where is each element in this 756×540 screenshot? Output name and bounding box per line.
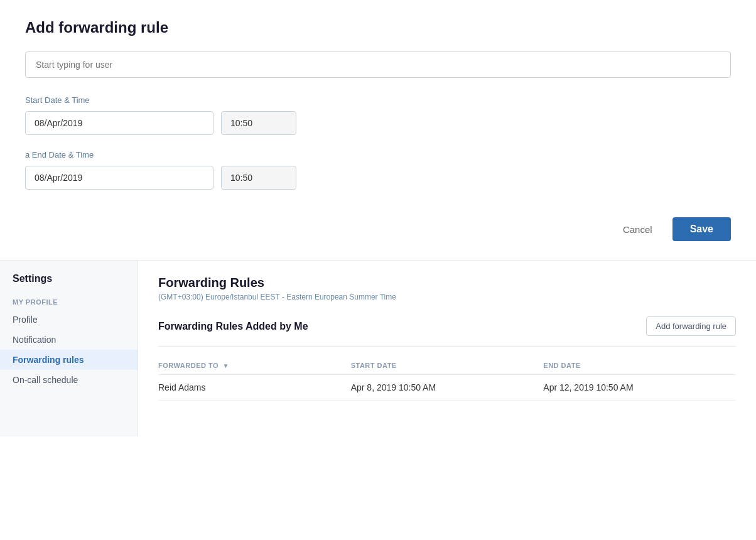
form-actions: Cancel Save (25, 205, 731, 241)
sidebar-item-profile[interactable]: Profile (0, 310, 138, 330)
table-header: FORWARDED TO ▼ START DATE END DATE (158, 357, 736, 375)
main-content: Forwarding Rules (GMT+03:00) Europe/Ista… (138, 261, 756, 436)
cancel-button[interactable]: Cancel (613, 219, 662, 240)
cell-end-date: Apr 12, 2019 10:50 AM (543, 382, 736, 392)
forwarding-rules-header: Forwarding Rules Added by Me Add forward… (158, 316, 736, 347)
sidebar: Settings MY PROFILE Profile Notification… (0, 261, 138, 436)
col-header-forwarded-to[interactable]: FORWARDED TO ▼ (158, 362, 351, 369)
end-date-row (25, 166, 731, 190)
end-date-input[interactable] (25, 166, 213, 190)
start-time-input[interactable] (221, 111, 296, 135)
user-search-input[interactable] (25, 51, 731, 78)
bottom-layout: Settings MY PROFILE Profile Notification… (0, 261, 756, 436)
start-date-label: Start Date & Time (25, 95, 731, 105)
cell-start-date: Apr 8, 2019 10:50 AM (351, 382, 544, 392)
add-forwarding-rule-button[interactable]: Add forwarding rule (646, 316, 736, 336)
sidebar-item-oncall-schedule[interactable]: On-call schedule (0, 370, 138, 390)
sidebar-section-label: MY PROFILE (0, 293, 138, 310)
form-title: Add forwarding rule (25, 19, 731, 36)
end-date-label: a End Date & Time (25, 150, 731, 159)
save-button[interactable]: Save (672, 217, 731, 241)
col-header-end-date: END DATE (543, 362, 736, 369)
end-time-input[interactable] (221, 166, 296, 190)
add-forwarding-rule-form: Add forwarding rule Start Date & Time a … (0, 0, 756, 261)
sort-icon: ▼ (223, 362, 229, 369)
table-row: Reid Adams Apr 8, 2019 10:50 AM Apr 12, … (158, 375, 736, 401)
cell-forwarded-to: Reid Adams (158, 382, 351, 392)
timezone-label: (GMT+03:00) Europe/Istanbul EEST - Easte… (158, 293, 736, 301)
start-date-row (25, 111, 731, 135)
col-header-start-date: START DATE (351, 362, 544, 369)
sidebar-item-forwarding-rules[interactable]: Forwarding rules (0, 350, 138, 370)
section-title: Forwarding Rules (158, 276, 736, 290)
start-date-section: Start Date & Time (25, 95, 731, 135)
subsection-title: Forwarding Rules Added by Me (158, 321, 308, 332)
start-date-input[interactable] (25, 111, 213, 135)
end-date-section: a End Date & Time (25, 150, 731, 190)
sidebar-item-notification[interactable]: Notification (0, 330, 138, 350)
sidebar-settings-title: Settings (0, 273, 138, 293)
